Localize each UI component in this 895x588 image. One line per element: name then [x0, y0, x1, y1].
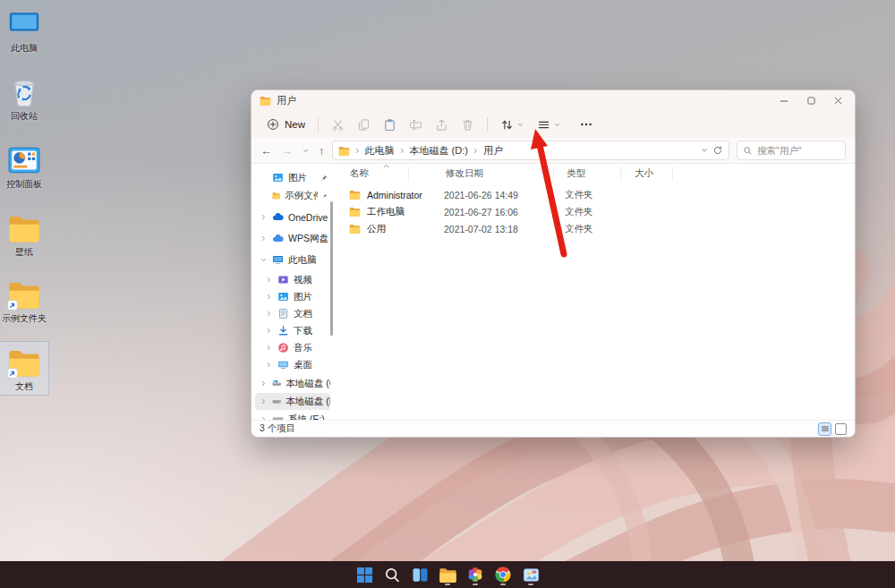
desktop-icon-folder-docs[interactable]: 文档 [0, 342, 48, 395]
command-bar: New [251, 111, 855, 138]
column-header-size[interactable]: 大小 [635, 167, 653, 180]
shortcut-arrow-icon [7, 300, 18, 311]
maximize-button[interactable] [797, 90, 824, 111]
desktop-icon-recycle-bin[interactable]: 回收站 [0, 75, 48, 122]
new-button[interactable]: New [262, 114, 310, 135]
photos-pinwheel-icon [466, 566, 484, 584]
gallery-app-button[interactable] [520, 563, 541, 586]
content-area: 图片 示例文件夹 OneDrive WPS网盘 此电脑 视频 [251, 164, 855, 422]
view-button[interactable] [533, 114, 566, 135]
delete-button[interactable] [456, 114, 479, 135]
recent-locations-button[interactable] [302, 147, 310, 155]
photos-button[interactable] [465, 563, 486, 586]
toolbar-separator [318, 117, 319, 132]
sidebar-item-desktop[interactable]: 桌面 [260, 356, 330, 373]
breadcrumb-chevron-icon [398, 147, 406, 155]
sidebar-item-sample-folder-pinned[interactable]: 示例文件夹 [255, 187, 330, 204]
title-bar: 用户 [251, 90, 855, 111]
chevron-right-icon [260, 379, 268, 388]
column-separator[interactable] [672, 167, 673, 182]
desktop-icon-folder-wallpaper[interactable]: 壁纸 [0, 211, 48, 258]
icons-view-toggle[interactable] [835, 423, 847, 435]
chevron-down-icon [553, 121, 561, 129]
desktop-icon-control-panel[interactable]: 控制面板 [0, 143, 48, 190]
cut-button[interactable] [327, 114, 349, 135]
sort-button[interactable] [496, 114, 529, 135]
sidebar-item-downloads[interactable]: 下载 [260, 322, 330, 339]
file-date: 2021-06-26 14:49 [444, 190, 565, 200]
desktop-icon [277, 359, 289, 371]
search-box[interactable] [737, 141, 846, 160]
view-icon [537, 118, 550, 132]
breadcrumb-item-drive-d[interactable]: 本地磁盘 (D:) [410, 144, 468, 158]
search-input[interactable] [757, 145, 833, 156]
details-view-toggle[interactable] [818, 422, 831, 436]
sidebar-scrollbar[interactable] [330, 201, 333, 336]
chrome-button[interactable] [492, 563, 514, 586]
back-button[interactable]: ← [260, 145, 272, 157]
start-button[interactable] [354, 563, 375, 586]
sidebar-item-pictures[interactable]: 图片 [260, 288, 330, 305]
breadcrumb-item-users[interactable]: 用户 [483, 144, 503, 158]
taskbar-search-button[interactable] [381, 563, 403, 586]
refresh-button[interactable] [712, 145, 723, 156]
breadcrumb-chevron-icon [472, 147, 480, 155]
file-row[interactable]: Administrator 2021-06-26 14:49 文件夹 [348, 186, 846, 203]
column-header-date[interactable]: 修改日期 [446, 167, 483, 180]
more-options-button[interactable] [575, 114, 598, 135]
column-header-type[interactable]: 类型 [567, 167, 585, 180]
address-dropdown-button[interactable] [700, 146, 709, 155]
file-type: 文件夹 [565, 189, 633, 201]
control-panel-icon [7, 143, 41, 177]
chevron-right-icon [260, 234, 268, 243]
column-header-name[interactable]: 名称 [350, 167, 369, 180]
video-icon [277, 274, 289, 285]
sort-ascending-caret-icon [381, 161, 391, 171]
running-indicator [473, 584, 478, 586]
recycle-bin-icon [7, 75, 41, 109]
sidebar-item-wps-cloud[interactable]: WPS网盘 [255, 230, 330, 247]
running-indicator [445, 584, 450, 586]
sidebar-item-onedrive[interactable]: OneDrive [255, 209, 330, 226]
sort-icon [500, 118, 514, 132]
file-explorer-icon [439, 566, 457, 584]
sidebar-item-pictures-pinned[interactable]: 图片 [255, 169, 330, 186]
maximize-icon [807, 97, 815, 105]
column-separator[interactable] [620, 167, 621, 182]
search-icon [743, 146, 753, 156]
sidebar-item-music[interactable]: 音乐 [260, 339, 330, 356]
file-explorer-button[interactable] [437, 563, 458, 586]
up-button[interactable]: ↑ [319, 145, 325, 157]
column-separator[interactable] [408, 167, 409, 182]
close-button[interactable] [824, 90, 851, 111]
gallery-app-icon [523, 567, 540, 584]
music-icon [277, 342, 289, 354]
file-row[interactable]: 公用 2021-07-02 13:18 文件夹 [348, 220, 846, 237]
task-view-button[interactable] [409, 563, 430, 586]
minimize-button[interactable] [771, 90, 797, 111]
breadcrumb[interactable]: 此电脑 本地磁盘 (D:) 用户 [332, 141, 730, 160]
file-name: Administrator [367, 190, 444, 200]
forward-button[interactable]: → [281, 145, 293, 157]
sidebar-item-drive-c[interactable]: 本地磁盘 (C:) [255, 375, 330, 392]
windows-start-icon [356, 567, 373, 584]
desktop-icon-this-pc[interactable]: 此电脑 [0, 7, 48, 54]
monitor-icon [272, 254, 284, 266]
chevron-right-icon [265, 310, 273, 318]
folder-icon [7, 211, 41, 245]
sidebar-item-this-pc[interactable]: 此电脑 [255, 251, 330, 268]
column-separator[interactable] [553, 167, 554, 182]
file-name: 工作电脑 [367, 206, 444, 218]
paste-button[interactable] [379, 114, 401, 135]
share-button[interactable] [430, 114, 453, 135]
rename-button[interactable] [405, 114, 427, 135]
file-row[interactable]: 工作电脑 2021-06-27 16:06 文件夹 [348, 203, 846, 220]
desktop-icon-folder-sample[interactable]: 示例文件夹 [0, 277, 48, 324]
window-folder-icon [260, 95, 271, 107]
copy-button[interactable] [353, 114, 375, 135]
file-type: 文件夹 [565, 223, 633, 235]
sidebar-item-documents[interactable]: 文档 [260, 305, 330, 322]
sidebar-item-drive-d[interactable]: 本地磁盘 (D:) [255, 393, 330, 410]
breadcrumb-item-this-pc[interactable]: 此电脑 [365, 144, 395, 158]
sidebar-item-videos[interactable]: 视频 [260, 271, 330, 288]
